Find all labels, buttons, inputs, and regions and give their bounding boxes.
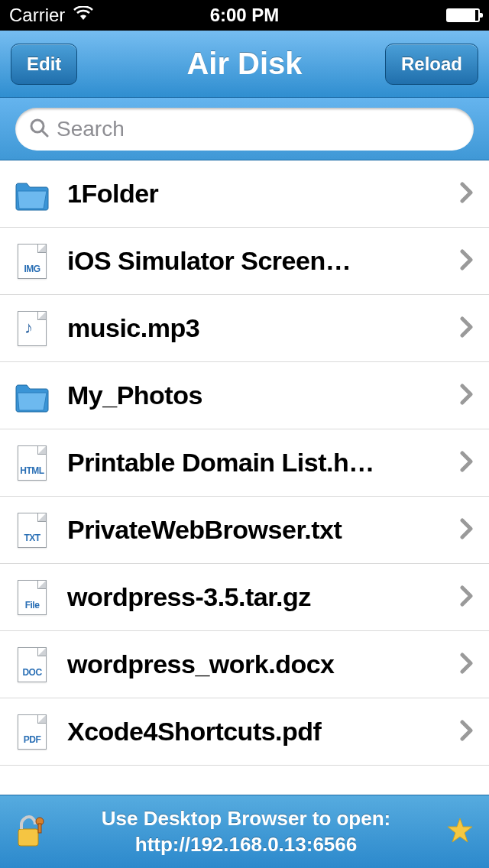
file-name-label: iOS Simulator Screen… [67, 246, 443, 276]
chevron-right-icon [460, 653, 474, 677]
audio-file-icon: ♪ [14, 310, 50, 347]
chevron-right-icon [460, 182, 474, 206]
file-name-label: PrivateWebBrowser.txt [67, 515, 443, 545]
svg-line-1 [42, 131, 47, 136]
doc-file-icon: DOC [14, 646, 50, 683]
file-row[interactable]: IMGiOS Simulator Screen… [0, 228, 489, 295]
search-input[interactable] [57, 117, 460, 141]
folder-icon [14, 176, 50, 212]
battery-icon [446, 8, 480, 22]
file-type-tag: File [20, 600, 44, 611]
file-type-tag: TXT [20, 533, 44, 543]
reload-button[interactable]: Reload [385, 44, 478, 85]
file-row[interactable]: ♪music.mp3 [0, 295, 489, 362]
chevron-right-icon [460, 518, 474, 542]
file-type-tag: PDF [20, 734, 44, 745]
bottom-line2: http://192.168.0.13:6566 [61, 832, 431, 858]
file-name-label: Xcode4Shortcuts.pdf [67, 717, 443, 747]
img-file-icon: IMG [14, 243, 50, 280]
file-file-icon: File [14, 579, 50, 616]
txt-file-icon: TXT [14, 512, 50, 549]
star-icon[interactable] [446, 817, 474, 847]
file-row[interactable]: Filewordpress-3.5.tar.gz [0, 564, 489, 631]
svg-rect-4 [38, 824, 41, 833]
file-name-label: 1Folder [67, 179, 443, 209]
svg-rect-2 [18, 829, 38, 846]
edit-button[interactable]: Edit [11, 44, 77, 85]
nav-bar: Edit Air Disk Reload [0, 31, 489, 98]
file-row[interactable]: 1Folder [0, 160, 489, 228]
bottom-line1: Use Desktop Browser to open: [102, 807, 391, 830]
file-name-label: My_Photos [67, 381, 443, 410]
chevron-right-icon [460, 451, 474, 475]
file-row[interactable]: My_Photos [0, 362, 489, 429]
status-time: 6:00 PM [210, 5, 280, 26]
page-title: Air Disk [186, 47, 302, 81]
pdf-file-icon: PDF [14, 714, 50, 750]
file-type-tag: DOC [20, 667, 44, 678]
search-bar [0, 98, 489, 160]
html-file-icon: HTML [14, 445, 50, 481]
file-name-label: wordpress-3.5.tar.gz [67, 582, 443, 612]
folder-icon [14, 377, 50, 414]
chevron-right-icon [460, 585, 474, 610]
file-name-label: music.mp3 [67, 313, 443, 343]
bottom-instruction: Use Desktop Browser to open: http://192.… [61, 806, 431, 858]
file-type-tag: IMG [20, 264, 44, 274]
bottom-bar: Use Desktop Browser to open: http://192.… [0, 795, 489, 868]
file-list: 1FolderIMGiOS Simulator Screen…♪music.mp… [0, 160, 489, 766]
chevron-right-icon [460, 316, 474, 341]
wifi-icon [73, 5, 94, 26]
chevron-right-icon [460, 384, 474, 408]
lock-icon[interactable] [15, 814, 46, 850]
carrier-label: Carrier [9, 5, 65, 26]
chevron-right-icon [460, 720, 474, 744]
file-row[interactable]: DOCwordpress_work.docx [0, 631, 489, 698]
file-type-tag: HTML [20, 465, 44, 476]
file-row[interactable]: TXTPrivateWebBrowser.txt [0, 497, 489, 564]
file-row[interactable]: PDFXcode4Shortcuts.pdf [0, 698, 489, 766]
file-name-label: Printable Domain List.h… [67, 448, 443, 478]
file-row[interactable]: HTMLPrintable Domain List.h… [0, 429, 489, 497]
search-icon [29, 118, 49, 141]
file-name-label: wordpress_work.docx [67, 649, 443, 679]
chevron-right-icon [460, 249, 474, 274]
status-bar: Carrier 6:00 PM [0, 0, 489, 31]
